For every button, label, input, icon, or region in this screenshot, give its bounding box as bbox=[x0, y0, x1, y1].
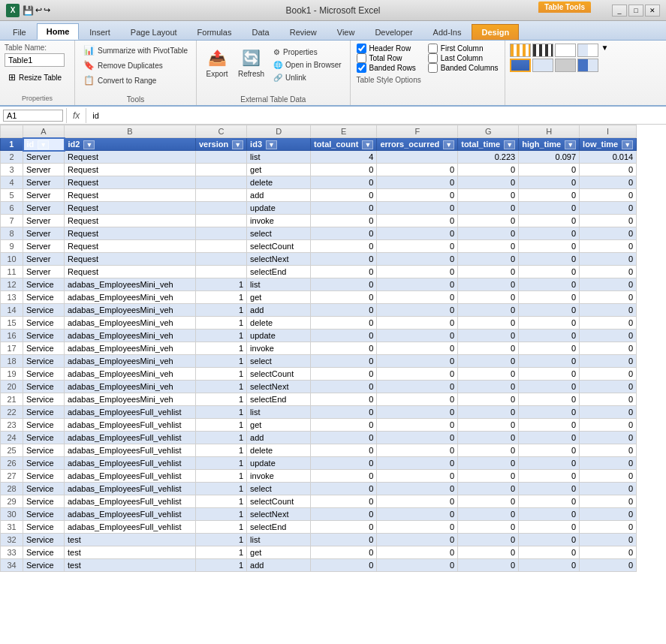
cell-id2-r7[interactable]: Request bbox=[65, 215, 196, 227]
cell-version-r30[interactable]: 1 bbox=[196, 508, 247, 521]
tab-design[interactable]: Design bbox=[472, 24, 519, 40]
cell-id3-r8[interactable]: select bbox=[247, 227, 311, 240]
cell-low-time-r12[interactable]: 0 bbox=[580, 278, 637, 291]
cell-id2-r15[interactable]: adabas_EmployeesMini_veh bbox=[65, 317, 196, 330]
undo-icon[interactable]: ↩ bbox=[35, 5, 42, 15]
cell-high-time-r26[interactable]: 0 bbox=[519, 457, 580, 470]
cell-id2-r24[interactable]: adabas_EmployeesFull_vehlist bbox=[65, 432, 196, 444]
cell-id-r6[interactable]: Server bbox=[23, 202, 65, 215]
cell-id3-r22[interactable]: list bbox=[247, 406, 311, 419]
cell-id3-r28[interactable]: select bbox=[247, 483, 311, 495]
banded-cols-check[interactable] bbox=[428, 63, 438, 73]
refresh-button[interactable]: 🔄 Refresh bbox=[234, 44, 268, 80]
cell-low-time-r28[interactable]: 0 bbox=[580, 483, 637, 495]
first-column-checkbox[interactable]: First Column bbox=[428, 44, 499, 53]
cell-errors-ocurred-r33[interactable]: 0 bbox=[377, 546, 458, 559]
cell-errors-ocurred-r32[interactable]: 0 bbox=[377, 534, 458, 546]
cell-errors-ocurred-r17[interactable]: 0 bbox=[377, 342, 458, 355]
cell-total-count-r4[interactable]: 0 bbox=[311, 176, 377, 189]
cell-id-r13[interactable]: Service bbox=[23, 291, 65, 304]
cell-id-r15[interactable]: Service bbox=[23, 317, 65, 330]
cell-id3-r10[interactable]: selectNext bbox=[247, 253, 311, 266]
th-id3[interactable]: id3 ▼ bbox=[247, 138, 311, 151]
cell-errors-ocurred-r19[interactable]: 0 bbox=[377, 368, 458, 381]
cell-high-time-r6[interactable]: 0 bbox=[519, 202, 580, 215]
cell-id-r30[interactable]: Service bbox=[23, 508, 65, 521]
cell-low-time-r25[interactable]: 0 bbox=[580, 444, 637, 457]
cell-total-count-r15[interactable]: 0 bbox=[311, 317, 377, 330]
cell-high-time-r18[interactable]: 0 bbox=[519, 355, 580, 368]
cell-id2-r32[interactable]: test bbox=[65, 534, 196, 546]
minimize-button[interactable]: _ bbox=[612, 5, 627, 17]
th-high-time[interactable]: high_time ▼ bbox=[519, 138, 580, 151]
cell-high-time-r34[interactable]: 0 bbox=[519, 559, 580, 572]
total-row-checkbox[interactable]: Total Row bbox=[357, 53, 416, 63]
cell-id2-r3[interactable]: Request bbox=[65, 164, 196, 176]
cell-high-time-r25[interactable]: 0 bbox=[519, 444, 580, 457]
tab-page-layout[interactable]: Page Layout bbox=[121, 24, 187, 40]
cell-low-time-r24[interactable]: 0 bbox=[580, 432, 637, 444]
th-errors[interactable]: errors_ocurred ▼ bbox=[377, 138, 458, 151]
resize-table-button[interactable]: ⊞ Resize Table bbox=[5, 70, 70, 85]
cell-id-r5[interactable]: Server bbox=[23, 189, 65, 202]
cell-total-count-r32[interactable]: 0 bbox=[311, 534, 377, 546]
cell-id-r10[interactable]: Server bbox=[23, 253, 65, 266]
cell-errors-ocurred-r24[interactable]: 0 bbox=[377, 432, 458, 444]
cell-id-r27[interactable]: Service bbox=[23, 470, 65, 483]
cell-id3-r20[interactable]: selectNext bbox=[247, 381, 311, 393]
cell-high-time-r28[interactable]: 0 bbox=[519, 483, 580, 495]
cell-id3-r5[interactable]: add bbox=[247, 189, 311, 202]
cell-high-time-r17[interactable]: 0 bbox=[519, 342, 580, 355]
cell-low-time-r20[interactable]: 0 bbox=[580, 381, 637, 393]
cell-low-time-r5[interactable]: 0 bbox=[580, 189, 637, 202]
cell-version-r14[interactable]: 1 bbox=[196, 304, 247, 317]
formula-input[interactable] bbox=[89, 111, 663, 120]
cell-version-r7[interactable] bbox=[196, 215, 247, 227]
cell-id2-r4[interactable]: Request bbox=[65, 176, 196, 189]
cell-high-time-r33[interactable]: 0 bbox=[519, 546, 580, 559]
cell-total-count-r16[interactable]: 0 bbox=[311, 330, 377, 342]
cell-total-count-r25[interactable]: 0 bbox=[311, 444, 377, 457]
cell-version-r22[interactable]: 1 bbox=[196, 406, 247, 419]
cell-total-count-r19[interactable]: 0 bbox=[311, 368, 377, 381]
cell-id2-r5[interactable]: Request bbox=[65, 189, 196, 202]
swatch-expand-icon[interactable]: ▼ bbox=[601, 44, 609, 57]
cell-id2-r6[interactable]: Request bbox=[65, 202, 196, 215]
cell-total-time-r13[interactable]: 0 bbox=[458, 291, 519, 304]
cell-low-time-r27[interactable]: 0 bbox=[580, 470, 637, 483]
unlink-button[interactable]: 🔗 Unlink bbox=[270, 72, 345, 83]
cell-errors-ocurred-r8[interactable]: 0 bbox=[377, 227, 458, 240]
cell-total-time-r6[interactable]: 0 bbox=[458, 202, 519, 215]
cell-high-time-r14[interactable]: 0 bbox=[519, 304, 580, 317]
cell-id2-r30[interactable]: adabas_EmployeesFull_vehlist bbox=[65, 508, 196, 521]
cell-total-count-r5[interactable]: 0 bbox=[311, 189, 377, 202]
cell-id2-r25[interactable]: adabas_EmployeesFull_vehlist bbox=[65, 444, 196, 457]
cell-total-count-r8[interactable]: 0 bbox=[311, 227, 377, 240]
first-col-check[interactable] bbox=[428, 44, 438, 53]
tab-view[interactable]: View bbox=[327, 24, 365, 40]
cell-low-time-r15[interactable]: 0 bbox=[580, 317, 637, 330]
cell-version-r8[interactable] bbox=[196, 227, 247, 240]
banded-rows-checkbox[interactable]: Banded Rows bbox=[357, 63, 416, 73]
cell-version-r13[interactable]: 1 bbox=[196, 291, 247, 304]
cell-errors-ocurred-r34[interactable]: 0 bbox=[377, 559, 458, 572]
cell-total-count-r10[interactable]: 0 bbox=[311, 253, 377, 266]
cell-id-r3[interactable]: Server bbox=[23, 164, 65, 176]
cell-id3-r32[interactable]: list bbox=[247, 534, 311, 546]
cell-id3-r4[interactable]: delete bbox=[247, 176, 311, 189]
cell-total-count-r9[interactable]: 0 bbox=[311, 240, 377, 253]
cell-total-count-r20[interactable]: 0 bbox=[311, 381, 377, 393]
cell-version-r2[interactable] bbox=[196, 151, 247, 164]
tab-review[interactable]: Review bbox=[280, 24, 327, 40]
cell-id2-r29[interactable]: adabas_EmployeesFull_vehlist bbox=[65, 495, 196, 508]
open-browser-button[interactable]: 🌐 Open in Browser bbox=[270, 59, 345, 71]
cell-total-time-r21[interactable]: 0 bbox=[458, 393, 519, 406]
cell-id3-r7[interactable]: invoke bbox=[247, 215, 311, 227]
cell-errors-ocurred-r14[interactable]: 0 bbox=[377, 304, 458, 317]
cell-errors-ocurred-r29[interactable]: 0 bbox=[377, 495, 458, 508]
cell-total-count-r17[interactable]: 0 bbox=[311, 342, 377, 355]
cell-id2-r12[interactable]: adabas_EmployeesMini_veh bbox=[65, 278, 196, 291]
th-total-count[interactable]: total_count ▼ bbox=[311, 138, 377, 151]
cell-total-time-r34[interactable]: 0 bbox=[458, 559, 519, 572]
cell-errors-ocurred-r21[interactable]: 0 bbox=[377, 393, 458, 406]
